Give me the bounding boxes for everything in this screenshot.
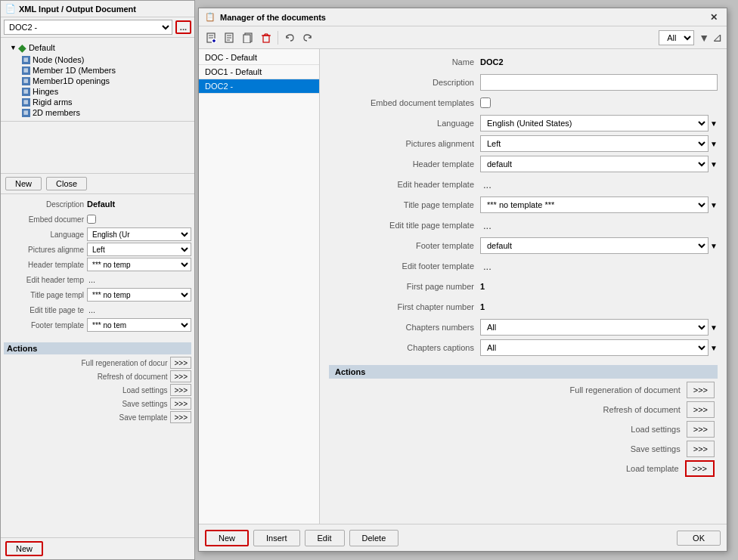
tree-item-rigid-arms[interactable]: ▦ Rigid arms xyxy=(1,97,194,107)
action-refresh-label: Refresh of document xyxy=(98,373,168,381)
detail-edit-title-btn[interactable]: ... xyxy=(480,220,495,231)
title-page-label: Title page templ xyxy=(4,291,87,299)
new-button[interactable]: New xyxy=(5,177,42,190)
toolbar-delete-btn[interactable] xyxy=(258,29,274,46)
detail-first-page-label: First page number xyxy=(329,282,480,291)
toolbar-redo-btn[interactable] xyxy=(299,29,316,46)
toolbar-filter-select[interactable]: All xyxy=(659,30,694,45)
xml-icon: 📄 xyxy=(5,4,16,14)
footer-template-label: Footer template xyxy=(4,321,87,330)
detail-action-load-template-btn[interactable]: >>> xyxy=(685,460,715,477)
language-select[interactable]: English (Ur xyxy=(87,227,191,241)
detail-action-full-regen: Full regeneration of document >>> xyxy=(329,382,718,398)
toolbar-new-btn[interactable] xyxy=(203,29,220,46)
dialog-close-button[interactable]: ✕ xyxy=(707,12,721,23)
main-bottom-buttons: New Close xyxy=(1,174,194,194)
collapse-icon: ▼ xyxy=(10,44,17,51)
doc-list-item-doc1[interactable]: DOC1 - Default xyxy=(199,65,319,79)
grid-icon-hinges: ▦ xyxy=(22,88,30,96)
detail-action-load-template: Load template >>> xyxy=(329,460,718,477)
dialog-title-left: 📋 Manager of the documents xyxy=(205,12,326,22)
tree-separator xyxy=(1,121,194,122)
tree-item-member1d[interactable]: ▦ Member 1D (Members xyxy=(1,65,194,76)
actions-header: Actions xyxy=(4,342,191,354)
detail-action-refresh-btn[interactable]: >>> xyxy=(687,401,715,418)
tree-item-nodes[interactable]: ▦ Node (Nodes) xyxy=(1,54,194,65)
detail-edit-footer-btn[interactable]: ... xyxy=(480,261,495,272)
detail-action-save-settings-btn[interactable]: >>> xyxy=(687,441,715,457)
action-save-template-btn[interactable]: >>> xyxy=(170,411,191,423)
pictures-select[interactable]: Left xyxy=(87,243,191,256)
footer-template-select[interactable]: *** no tem xyxy=(87,318,191,332)
tree-item-hinges[interactable]: ▦ Hinges xyxy=(1,86,194,97)
detail-action-save-settings-label: Save settings xyxy=(535,444,687,453)
embed-checkbox[interactable] xyxy=(87,215,96,224)
header-template-chevron-icon: ▼ xyxy=(710,160,718,169)
detail-chapters-captions-select[interactable]: All xyxy=(480,339,709,356)
grid-icon-nodes: ▦ xyxy=(22,56,30,64)
detail-edit-header-btn[interactable]: ... xyxy=(480,179,495,190)
action-save-settings-btn[interactable]: >>> xyxy=(170,398,191,410)
detail-name-label: Name xyxy=(329,57,480,67)
doc-selector-dropdown[interactable]: DOC2 - xyxy=(4,20,172,35)
tree-item-label: Member1D openings xyxy=(33,76,110,85)
footer-left-buttons: New Insert Edit Delete xyxy=(205,530,398,546)
doc-list-item-doc2[interactable]: DOC2 - xyxy=(199,79,319,94)
toolbar-edit-btn[interactable] xyxy=(222,29,238,46)
tree-item-label: Hinges xyxy=(33,87,58,96)
tree-item-member1d-openings[interactable]: ▦ Member1D openings xyxy=(1,76,194,86)
docs-menu-button[interactable]: ... xyxy=(175,20,191,34)
detail-description-input[interactable] xyxy=(480,74,718,91)
action-full-regen-btn[interactable]: >>> xyxy=(170,357,191,369)
footer-insert-button[interactable]: Insert xyxy=(253,530,300,546)
footer-delete-button[interactable]: Delete xyxy=(349,530,399,546)
close-button[interactable]: Close xyxy=(46,177,87,190)
detail-pictures-select[interactable]: Left xyxy=(480,135,709,152)
detail-action-save-settings: Save settings >>> xyxy=(329,441,718,457)
tree-item-label: Member 1D (Members xyxy=(33,66,116,75)
action-refresh-btn[interactable]: >>> xyxy=(170,370,191,382)
detail-chapters-numbers-select[interactable]: All xyxy=(480,319,709,336)
detail-embed-checkbox[interactable] xyxy=(480,97,491,108)
footer-edit-button[interactable]: Edit xyxy=(305,530,345,546)
footer-ok-button[interactable]: OK xyxy=(677,531,721,546)
detail-footer-template-label: Footer template xyxy=(329,241,480,250)
action-full-regen-label: Full regeneration of docur xyxy=(82,359,168,367)
edit-header-button[interactable]: ... xyxy=(87,275,97,284)
tree-root[interactable]: ▼ ◆ Default xyxy=(1,41,194,54)
grid-icon-2d: ▦ xyxy=(22,109,30,117)
bottom-new-button[interactable]: New xyxy=(5,541,43,556)
action-load-settings-btn[interactable]: >>> xyxy=(170,384,191,396)
detail-first-page-row: First page number 1 xyxy=(329,278,718,295)
detail-header-template-select[interactable]: default xyxy=(480,156,709,172)
prop-row-language: Language English (Ur xyxy=(4,227,191,241)
detail-action-load-settings-btn[interactable]: >>> xyxy=(687,421,715,438)
footer-template-chevron-icon: ▼ xyxy=(710,242,718,250)
detail-name-row: Name DOC2 xyxy=(329,54,718,70)
prop-row-edit-header: Edit header temp ... xyxy=(4,273,191,286)
header-template-select[interactable]: *** no temp xyxy=(87,258,191,271)
detail-footer-template-select[interactable]: default xyxy=(480,237,709,254)
toolbar-undo-btn[interactable] xyxy=(281,29,298,46)
edit-title-button[interactable]: ... xyxy=(87,305,97,314)
dialog-title: Manager of the documents xyxy=(220,13,326,22)
footer-new-button[interactable]: New xyxy=(205,530,249,546)
funnel-icon: ⊿ xyxy=(712,30,722,45)
prop-row-embed: Embed documer xyxy=(4,212,191,226)
detail-title-page-select[interactable]: *** no template *** xyxy=(480,196,709,213)
detail-actions-section: Actions Full regeneration of document >>… xyxy=(329,365,718,477)
prop-row-edit-title: Edit title page te ... xyxy=(4,303,191,317)
detail-action-load-settings-label: Load settings xyxy=(535,425,687,434)
detail-header-template-label: Header template xyxy=(329,159,480,169)
detail-language-select[interactable]: English (United States) xyxy=(480,115,709,131)
toolbar-copy-btn[interactable] xyxy=(240,29,256,46)
title-page-select[interactable]: *** no temp xyxy=(87,288,191,302)
description-label: Description xyxy=(4,200,87,209)
detail-action-load-template-label: Load template xyxy=(534,464,685,473)
detail-action-full-regen-btn[interactable]: >>> xyxy=(687,382,715,398)
tree-item-2d-members[interactable]: ▦ 2D members xyxy=(1,107,194,118)
action-load-settings-label: Load settings xyxy=(122,386,168,394)
embed-label: Embed documer xyxy=(4,215,87,224)
detail-pictures-label: Pictures alignment xyxy=(329,139,480,148)
doc-list-item-default[interactable]: DOC - Default xyxy=(199,51,319,65)
